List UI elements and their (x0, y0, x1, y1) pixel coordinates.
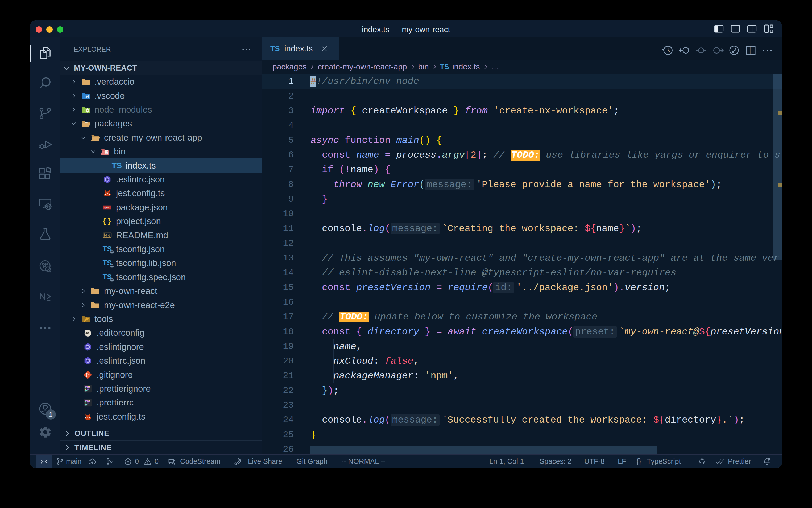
svg-text:10: 10 (106, 152, 108, 154)
svg-text:JS: JS (87, 109, 90, 112)
svg-text:npm: npm (104, 206, 109, 209)
